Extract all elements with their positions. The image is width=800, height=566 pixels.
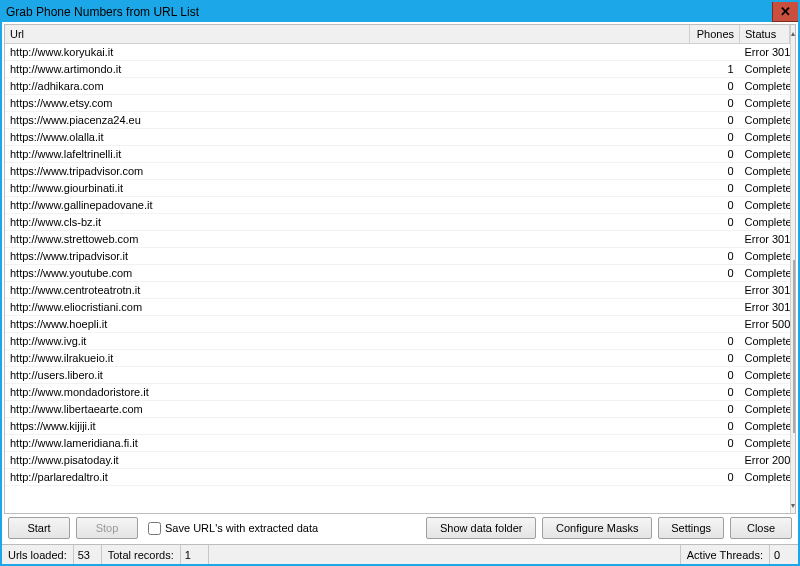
- cell-url: http://www.koryukai.it: [5, 44, 690, 61]
- url-grid[interactable]: Url Phones Status http://www.koryukai.it…: [5, 25, 790, 513]
- cell-url: http://www.giourbinati.it: [5, 180, 690, 197]
- cell-status: Complete: [740, 180, 790, 197]
- settings-button[interactable]: Settings: [658, 517, 724, 539]
- cell-status: Complete: [740, 78, 790, 95]
- cell-status: Complete: [740, 350, 790, 367]
- cell-status: Complete: [740, 112, 790, 129]
- cell-phones: 0: [690, 180, 740, 197]
- table-row[interactable]: https://www.kijiji.it0Complete: [5, 418, 790, 435]
- cell-phones: 0: [690, 367, 740, 384]
- cell-url: http://www.pisatoday.it: [5, 452, 690, 469]
- cell-url: http://www.libertaearte.com: [5, 401, 690, 418]
- grid-container: Url Phones Status http://www.koryukai.it…: [4, 24, 796, 514]
- cell-phones: [690, 316, 740, 333]
- scroll-track[interactable]: [791, 41, 795, 497]
- vertical-scrollbar[interactable]: ▴ ▾: [790, 25, 795, 513]
- content-area: Url Phones Status http://www.koryukai.it…: [2, 22, 798, 544]
- cell-phones: 0: [690, 435, 740, 452]
- cell-url: https://www.olalla.it: [5, 129, 690, 146]
- cell-phones: 0: [690, 78, 740, 95]
- status-active-threads-label: Active Threads:: [681, 545, 770, 564]
- cell-status: Complete: [740, 469, 790, 486]
- column-header-status[interactable]: Status: [740, 25, 790, 44]
- table-row[interactable]: https://www.etsy.com0Complete: [5, 95, 790, 112]
- cell-status: Complete: [740, 129, 790, 146]
- table-row[interactable]: http://www.strettoweb.comError 301: [5, 231, 790, 248]
- table-row[interactable]: http://www.artimondo.it1Complete: [5, 61, 790, 78]
- cell-status: Error 301: [740, 282, 790, 299]
- table-row[interactable]: https://www.tripadvisor.it0Complete: [5, 248, 790, 265]
- table-row[interactable]: http://www.cls-bz.it0Complete: [5, 214, 790, 231]
- configure-masks-button[interactable]: Configure Masks: [542, 517, 652, 539]
- cell-phones: 0: [690, 401, 740, 418]
- cell-status: Error 301: [740, 299, 790, 316]
- status-active-threads-value: 0: [770, 545, 798, 564]
- table-row[interactable]: http://www.pisatoday.itError 200: [5, 452, 790, 469]
- table-row[interactable]: http://www.lafeltrinelli.it0Complete: [5, 146, 790, 163]
- cell-phones: [690, 299, 740, 316]
- scroll-thumb[interactable]: [793, 260, 795, 433]
- title-bar: Grab Phone Numbers from URL List ✕: [2, 2, 798, 22]
- table-row[interactable]: http://www.giourbinati.it0Complete: [5, 180, 790, 197]
- cell-phones: 0: [690, 95, 740, 112]
- table-row[interactable]: https://www.olalla.it0Complete: [5, 129, 790, 146]
- table-row[interactable]: http://www.centroteatrotn.itError 301: [5, 282, 790, 299]
- save-urls-checkbox-label: Save URL's with extracted data: [165, 522, 318, 534]
- column-header-url[interactable]: Url: [5, 25, 690, 44]
- cell-status: Error 500: [740, 316, 790, 333]
- column-header-phones[interactable]: Phones: [690, 25, 740, 44]
- cell-url: http://www.lafeltrinelli.it: [5, 146, 690, 163]
- cell-status: Complete: [740, 163, 790, 180]
- cell-url: https://www.etsy.com: [5, 95, 690, 112]
- cell-phones: 0: [690, 333, 740, 350]
- save-urls-checkbox-input[interactable]: [148, 522, 161, 535]
- cell-phones: [690, 452, 740, 469]
- table-row[interactable]: http://www.ivg.it0Complete: [5, 333, 790, 350]
- show-data-folder-button[interactable]: Show data folder: [426, 517, 536, 539]
- status-urls-loaded-label: Urls loaded:: [2, 545, 74, 564]
- table-row[interactable]: http://www.ilrakueio.it0Complete: [5, 350, 790, 367]
- cell-phones: [690, 231, 740, 248]
- table-row[interactable]: https://www.tripadvisor.com0Complete: [5, 163, 790, 180]
- cell-status: Complete: [740, 384, 790, 401]
- save-urls-checkbox[interactable]: Save URL's with extracted data: [148, 522, 318, 535]
- cell-phones: 0: [690, 265, 740, 282]
- table-row[interactable]: https://www.piacenza24.eu0Complete: [5, 112, 790, 129]
- cell-status: Error 200: [740, 452, 790, 469]
- table-row[interactable]: https://www.youtube.com0Complete: [5, 265, 790, 282]
- cell-url: https://www.tripadvisor.com: [5, 163, 690, 180]
- table-row[interactable]: http://www.koryukai.itError 301: [5, 44, 790, 61]
- table-row[interactable]: http://www.libertaearte.com0Complete: [5, 401, 790, 418]
- cell-status: Complete: [740, 61, 790, 78]
- status-bar: Urls loaded: 53 Total records: 1 Active …: [2, 544, 798, 564]
- table-row[interactable]: http://www.lameridiana.fi.it0Complete: [5, 435, 790, 452]
- cell-url: http://www.artimondo.it: [5, 61, 690, 78]
- stop-button: Stop: [76, 517, 138, 539]
- cell-phones: 0: [690, 350, 740, 367]
- scroll-down-icon[interactable]: ▾: [791, 497, 795, 513]
- cell-phones: 0: [690, 112, 740, 129]
- cell-status: Complete: [740, 248, 790, 265]
- cell-url: http://parlaredaltro.it: [5, 469, 690, 486]
- cell-phones: 0: [690, 214, 740, 231]
- scroll-up-icon[interactable]: ▴: [791, 25, 795, 41]
- cell-url: https://www.youtube.com: [5, 265, 690, 282]
- cell-url: http://users.libero.it: [5, 367, 690, 384]
- start-button[interactable]: Start: [8, 517, 70, 539]
- table-row[interactable]: http://users.libero.it0Complete: [5, 367, 790, 384]
- cell-status: Complete: [740, 265, 790, 282]
- close-button[interactable]: Close: [730, 517, 792, 539]
- table-row[interactable]: https://www.hoepli.itError 500: [5, 316, 790, 333]
- table-row[interactable]: http://adhikara.com0Complete: [5, 78, 790, 95]
- table-row[interactable]: http://parlaredaltro.it0Complete: [5, 469, 790, 486]
- cell-phones: 0: [690, 384, 740, 401]
- cell-phones: 0: [690, 248, 740, 265]
- table-row[interactable]: http://www.mondadoristore.it0Complete: [5, 384, 790, 401]
- table-row[interactable]: http://www.gallinepadovane.it0Complete: [5, 197, 790, 214]
- table-row[interactable]: http://www.eliocristiani.comError 301: [5, 299, 790, 316]
- status-total-records-label: Total records:: [102, 545, 181, 564]
- cell-phones: 1: [690, 61, 740, 78]
- cell-url: http://www.eliocristiani.com: [5, 299, 690, 316]
- cell-status: Complete: [740, 435, 790, 452]
- close-icon[interactable]: ✕: [772, 2, 798, 22]
